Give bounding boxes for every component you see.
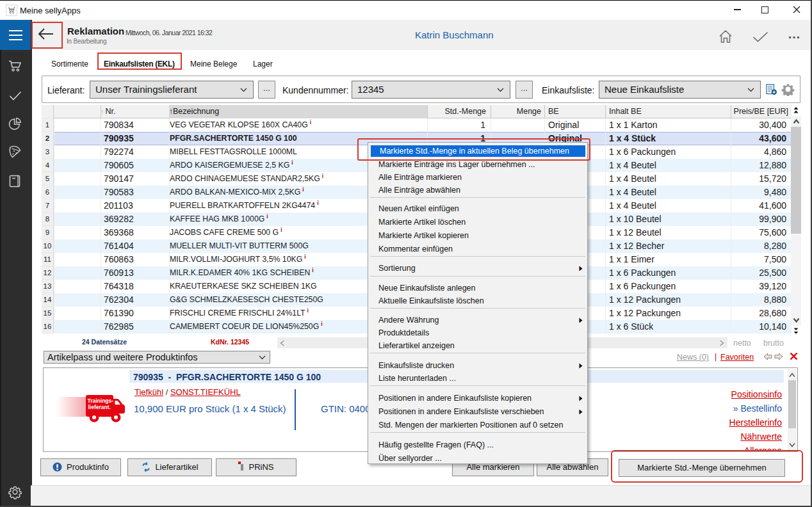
- svg-text:lieferant.: lieferant.: [88, 404, 111, 410]
- svg-text:Trainings-: Trainings-: [88, 398, 114, 404]
